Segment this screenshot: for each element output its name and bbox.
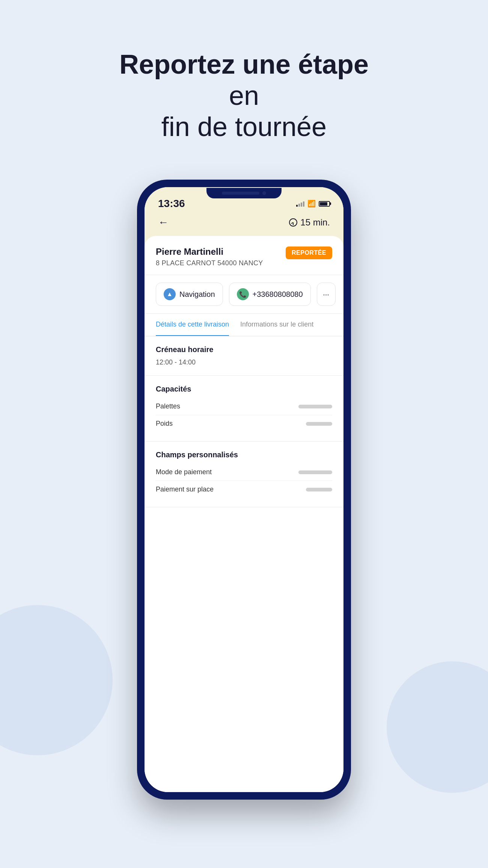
phone-mockup: 13:36 📶 ← — [137, 180, 351, 800]
section-custom-fields: Champs personnalisés Mode de paiement Pa… — [145, 442, 343, 507]
row-payment-onsite: Paiement sur place — [156, 481, 332, 498]
tab-client-info[interactable]: Informations sur le client — [240, 314, 313, 336]
tab-delivery-details[interactable]: Détails de cette livraison — [156, 314, 229, 336]
section-schedule-title: Créneau horaire — [156, 345, 332, 354]
row-poids-label: Poids — [156, 420, 173, 428]
row-payment-onsite-label: Paiement sur place — [156, 485, 214, 493]
battery-icon — [319, 201, 330, 207]
wifi-icon: 📶 — [307, 200, 316, 208]
tab-bar: Détails de cette livraison Informations … — [145, 314, 343, 336]
action-buttons: ▲ Navigation 📞 +33680808080 ··· — [145, 275, 343, 314]
navigation-label: Navigation — [179, 290, 215, 299]
section-schedule-value: 12:00 - 14:00 — [156, 358, 332, 366]
delivery-info: Pierre Martinelli 8 PLACE CARNOT 54000 N… — [156, 246, 263, 267]
status-time: 13:36 — [158, 198, 185, 210]
hero-title-bold: Reportez une étape — [119, 49, 369, 79]
row-palettes-value — [298, 405, 332, 408]
status-icons: 📶 — [296, 200, 330, 208]
delivery-name: Pierre Martinelli — [156, 246, 263, 257]
bg-decoration-2 — [387, 661, 488, 793]
details-content: Créneau horaire 12:00 - 14:00 Capacités … — [145, 336, 343, 792]
notch-bar — [222, 192, 259, 195]
delivery-address: 8 PLACE CARNOT 54000 NANCY — [156, 259, 263, 267]
row-poids: Poids — [156, 415, 332, 432]
navigation-icon: ▲ — [164, 288, 176, 300]
row-poids-value — [306, 422, 332, 426]
time-indicator: 15 min. — [289, 217, 330, 228]
top-nav: ← 15 min. — [145, 213, 343, 236]
phone-button[interactable]: 📞 +33680808080 — [229, 283, 311, 306]
notch-camera — [262, 191, 266, 195]
phone-label: +33680808080 — [253, 290, 303, 299]
section-schedule: Créneau horaire 12:00 - 14:00 — [145, 336, 343, 376]
hero-section: Reportez une étape enfin de tournée — [113, 49, 375, 142]
signal-icon — [296, 201, 304, 207]
row-payment-onsite-value — [306, 488, 332, 491]
time-label: 15 min. — [300, 217, 330, 228]
phone-icon: 📞 — [237, 288, 249, 300]
more-button[interactable]: ··· — [317, 283, 336, 306]
section-capacities-title: Capacités — [156, 385, 332, 393]
row-payment-mode-value — [298, 470, 332, 474]
delivery-header: Pierre Martinelli 8 PLACE CARNOT 54000 N… — [145, 236, 343, 275]
row-payment-mode-label: Mode de paiement — [156, 468, 212, 476]
row-palettes: Palettes — [156, 398, 332, 415]
bg-decoration-1 — [0, 605, 113, 755]
row-palettes-label: Palettes — [156, 402, 180, 410]
clock-icon — [289, 218, 297, 227]
section-capacities: Capacités Palettes Poids — [145, 376, 343, 442]
back-button[interactable]: ← — [158, 216, 169, 228]
hero-title-normal: enfin de tournée — [161, 80, 327, 142]
more-icon: ··· — [323, 290, 329, 299]
row-payment-mode: Mode de paiement — [156, 464, 332, 481]
content-area: Pierre Martinelli 8 PLACE CARNOT 54000 N… — [145, 236, 343, 792]
section-custom-title: Champs personnalisés — [156, 451, 332, 459]
phone-notch — [206, 188, 282, 198]
hero-title: Reportez une étape enfin de tournée — [113, 49, 375, 142]
status-badge: REPORTÉE — [286, 246, 332, 259]
navigation-button[interactable]: ▲ Navigation — [156, 283, 223, 306]
phone-screen: 13:36 📶 ← — [145, 187, 343, 792]
phone-frame: 13:36 📶 ← — [137, 180, 351, 800]
